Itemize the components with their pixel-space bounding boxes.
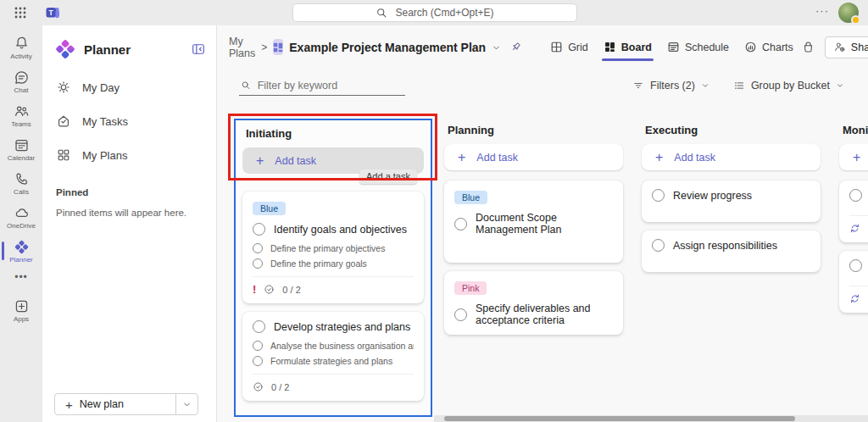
subtask-row[interactable]: Formulate strategies and plans: [253, 356, 414, 366]
chevron-down-icon: [182, 400, 192, 409]
global-search-input[interactable]: Search (Cmd+Opt+E): [292, 3, 577, 22]
recurrence-icon: [849, 293, 860, 304]
share-button[interactable]: Share: [825, 36, 868, 58]
task-card[interactable]: Pink Specify deliverables and acceptance…: [444, 271, 623, 335]
rail-item-calendar[interactable]: Calendar: [0, 132, 42, 166]
task-title: Document Scope Management Plan: [476, 212, 613, 236]
task-complete-checkbox[interactable]: [849, 189, 862, 202]
filter-icon: [632, 80, 644, 92]
rail-item-calls[interactable]: Calls: [0, 166, 42, 200]
rail-item-teams[interactable]: Teams: [0, 98, 42, 132]
task-card[interactable]: Develop strategies and plans Analyse the…: [242, 312, 424, 401]
plus-icon: +: [458, 151, 465, 164]
subtask-checkbox[interactable]: [253, 258, 263, 269]
filter-keyword-input[interactable]: [258, 80, 403, 92]
charts-view-icon: [744, 41, 757, 53]
plan-header: My Plans > Example Project Management Pl…: [217, 33, 868, 61]
sidebar-item-my-day[interactable]: My Day: [42, 70, 216, 104]
task-card[interactable]: Review progress: [642, 180, 821, 222]
task-complete-checkbox[interactable]: [652, 239, 665, 252]
subtask-checkbox[interactable]: [253, 243, 263, 253]
bucket-column-planning: Planning + Add task Blue Document Scope …: [437, 115, 630, 422]
task-card[interactable]: Re 19: [839, 180, 868, 242]
chat-icon: [14, 69, 30, 86]
scrollbar-thumb[interactable]: [444, 416, 795, 421]
task-title: Develop strategies and plans: [274, 321, 410, 333]
topbar-more-icon[interactable]: ···: [815, 4, 829, 17]
filters-button[interactable]: Filters (2): [632, 80, 709, 92]
avatar[interactable]: [838, 3, 859, 23]
planner-icon: [14, 239, 30, 255]
task-complete-checkbox[interactable]: [652, 189, 665, 202]
task-complete-checkbox[interactable]: [849, 259, 862, 272]
task-check-icon: [56, 114, 71, 129]
calendar-icon: [14, 137, 30, 153]
horizontal-scrollbar[interactable]: [434, 415, 868, 422]
title-chevron-icon[interactable]: [492, 43, 501, 53]
waffle-menu-icon[interactable]: [14, 6, 27, 19]
task-complete-checkbox[interactable]: [454, 308, 467, 321]
view-tabs: Grid Board Schedule: [542, 35, 801, 59]
checklist-count: 0 / 2: [271, 382, 289, 392]
rail-item-planner[interactable]: Planner: [0, 234, 42, 268]
subtask-checkbox[interactable]: [253, 356, 263, 366]
bag-icon[interactable]: [801, 40, 815, 54]
new-plan-dropdown[interactable]: [175, 394, 198, 414]
tab-grid[interactable]: Grid: [542, 35, 596, 59]
task-card[interactable]: Co 19: [839, 251, 868, 313]
group-by-button[interactable]: Group by Bucket: [733, 80, 844, 92]
task-card[interactable]: Blue Document Scope Management Plan: [444, 180, 623, 263]
rail-item-activity[interactable]: Activity: [0, 31, 42, 64]
subtask-row[interactable]: Analyse the business organisation and pe…: [253, 341, 414, 351]
subtask-checkbox[interactable]: [253, 341, 263, 351]
breadcrumb-my-plans[interactable]: My Plans: [229, 36, 255, 59]
board-view-icon: [604, 41, 616, 53]
sidebar-item-my-plans[interactable]: My Plans: [42, 138, 216, 172]
planner-logo-icon: [54, 38, 76, 60]
sun-icon: [56, 80, 71, 95]
tab-schedule[interactable]: Schedule: [659, 35, 737, 59]
share-person-icon: [833, 41, 846, 53]
planner-sidebar: Planner My Day My Tasks My: [42, 25, 217, 422]
bucket-column-executing: Executing + Add task Review progress Ass…: [635, 115, 827, 422]
people-icon: [14, 103, 30, 119]
subtask-row[interactable]: Define the primary goals: [253, 258, 414, 269]
add-task-button[interactable]: + Add task: [642, 144, 821, 170]
task-card[interactable]: Blue Identify goals and objectives Defin…: [242, 192, 424, 303]
task-complete-checkbox[interactable]: [253, 320, 265, 333]
tab-board[interactable]: Board: [596, 35, 659, 59]
urgent-priority-icon: !: [253, 284, 256, 295]
top-bar: T Search (Cmd+Opt+E) ···: [0, 0, 868, 25]
search-placeholder: Search (Cmd+Opt+E): [395, 7, 493, 19]
checklist-icon: [264, 284, 275, 295]
bucket-name[interactable]: Monitoring: [843, 124, 868, 136]
checklist-icon: [253, 381, 264, 392]
collapse-panel-icon[interactable]: [191, 42, 206, 57]
rail-item-onedrive[interactable]: OneDrive: [0, 200, 42, 234]
new-plan-button[interactable]: + New plan: [54, 393, 198, 415]
label-pill-pink: Pink: [454, 281, 487, 295]
add-task-button[interactable]: + Add task: [444, 144, 623, 170]
bell-icon: [14, 36, 30, 52]
filter-bar: Filters (2) Group by Bucket: [217, 73, 868, 98]
rail-item-apps[interactable]: Apps: [0, 293, 42, 327]
svg-text:T: T: [49, 8, 54, 17]
grid-view-icon: [550, 41, 563, 53]
rail-more-icon[interactable]: •••: [14, 268, 28, 286]
subtask-row[interactable]: Define the primary objectives: [253, 243, 414, 253]
plus-icon: +: [853, 151, 860, 164]
pinned-section-header: Pinned: [42, 172, 216, 199]
task-complete-checkbox[interactable]: [454, 218, 467, 230]
bucket-name[interactable]: Planning: [448, 124, 623, 136]
task-title: Assign responsibilities: [673, 240, 777, 252]
schedule-view-icon: [667, 41, 680, 53]
task-complete-checkbox[interactable]: [253, 223, 265, 236]
sidebar-item-my-tasks[interactable]: My Tasks: [42, 104, 216, 138]
bucket-name[interactable]: Executing: [645, 124, 821, 136]
rail-item-chat[interactable]: Chat: [0, 64, 42, 98]
pin-icon[interactable]: [509, 41, 522, 53]
pinned-empty-text: Pinned items will appear here.: [42, 199, 216, 226]
add-task-button[interactable]: + Add task: [839, 144, 868, 170]
task-card[interactable]: Assign responsibilities: [642, 230, 821, 272]
tab-charts[interactable]: Charts: [737, 35, 801, 59]
